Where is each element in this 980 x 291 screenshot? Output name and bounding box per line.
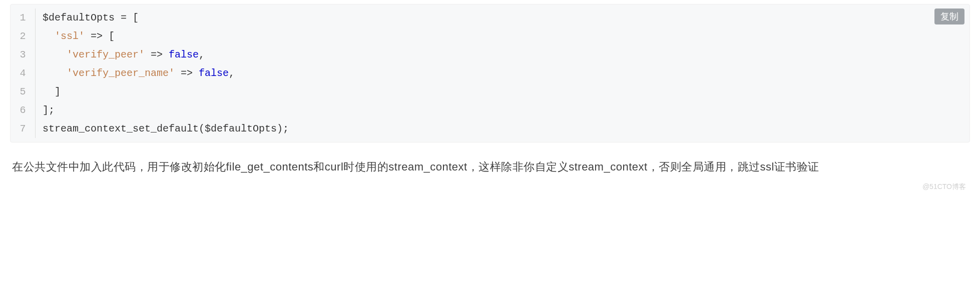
code-row: 1$defaultOpts = [: [11, 8, 969, 27]
line-number: 3: [11, 46, 36, 64]
line-code: ]: [36, 82, 61, 101]
code-lines: 1$defaultOpts = [2 'ssl' => [3 'verify_p…: [11, 8, 969, 138]
watermark: @51CTO博客: [10, 182, 970, 192]
code-row: 6];: [11, 101, 969, 120]
line-code: 'verify_peer' => false,: [36, 46, 205, 64]
code-row: 3 'verify_peer' => false,: [11, 46, 969, 64]
line-number: 7: [11, 120, 36, 138]
article-paragraph: 在公共文件中加入此代码，用于修改初始化file_get_contents和cur…: [12, 156, 968, 178]
code-row: 2 'ssl' => [: [11, 27, 969, 46]
line-code: 'verify_peer_name' => false,: [36, 64, 235, 82]
line-code: stream_context_set_default($defaultOpts)…: [36, 120, 289, 138]
line-number: 2: [11, 27, 36, 46]
code-row: 4 'verify_peer_name' => false,: [11, 64, 969, 82]
code-block: 复制 1$defaultOpts = [2 'ssl' => [3 'verif…: [10, 4, 970, 142]
copy-button[interactable]: 复制: [934, 8, 964, 24]
code-row: 5 ]: [11, 82, 969, 101]
line-number: 4: [11, 64, 36, 82]
line-code: 'ssl' => [: [36, 27, 115, 46]
code-row: 7stream_context_set_default($defaultOpts…: [11, 120, 969, 138]
line-code: $defaultOpts = [: [36, 8, 139, 27]
line-code: ];: [36, 101, 55, 120]
line-number: 1: [11, 8, 36, 27]
line-number: 5: [11, 82, 36, 101]
line-number: 6: [11, 101, 36, 120]
